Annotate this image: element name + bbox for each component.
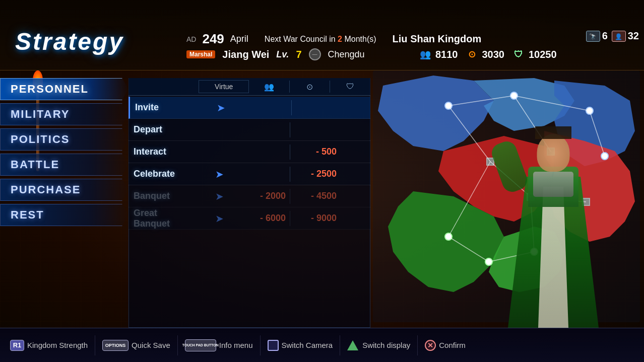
officer-name: Jiang Wei <box>222 49 269 60</box>
action-cost2-interact: - 500 <box>290 147 341 157</box>
war-council-suffix: Month(s) <box>344 35 376 43</box>
kingdom-name: Liu Shan Kingdom <box>393 33 482 45</box>
sidebar-label-military: Military <box>11 108 70 120</box>
bottom-bar: R1 Kingdom Strength OPTIONS Quick Save T… <box>0 328 644 362</box>
sidebar-label-purchase: Purchase <box>11 183 81 196</box>
square-badge <box>268 340 279 351</box>
col-header-people: 👥 <box>249 82 289 92</box>
btn-switch-camera-label: Switch Camera <box>282 341 333 349</box>
resource-soldier-value: 10250 <box>529 49 557 60</box>
sidebar-item-purchase[interactable]: Purchase <box>0 179 128 201</box>
location-name: Chengdu <box>328 49 365 60</box>
sidebar-label-politics: Politics <box>11 133 70 146</box>
divider <box>290 122 290 137</box>
btn-switch-camera[interactable]: Switch Camera <box>268 340 333 351</box>
ad-label: AD <box>186 35 196 43</box>
action-row-celebrate[interactable]: Celebrate ➤ - 2500 <box>128 163 370 185</box>
top-info-row2-resources: 👥 8110 ⊙ 3030 🛡 10250 <box>418 48 557 60</box>
action-cost2-great-banquet: - 9000 <box>290 213 341 224</box>
action-cost1-great-banquet: - 6000 <box>239 213 290 224</box>
action-cost2-banquet: - 4500 <box>290 191 341 201</box>
top-info-row1: AD 249 April Next War Council in 2 Month… <box>186 31 481 47</box>
resource-circle: ⊙ 3030 <box>465 48 505 60</box>
resource-soldier: 🛡 10250 <box>511 48 557 60</box>
war-council-text: Next War Council in 2 Month(s) <box>265 35 376 44</box>
war-council-prefix: Next War Council in <box>265 35 336 43</box>
touchpad-badge: TOUCH PAD BUTTON <box>185 339 216 351</box>
action-row-depart[interactable]: Depart <box>128 119 370 141</box>
sidebar-item-military[interactable]: Military <box>0 103 128 125</box>
separator <box>417 335 418 355</box>
character-illustration <box>453 126 644 328</box>
cross-badge: ✕ <box>425 340 436 351</box>
binoculars-resource: 🔭 6 <box>586 30 608 42</box>
soldier-icon: 🛡 <box>511 48 526 60</box>
year-value: 249 <box>202 31 224 47</box>
action-name-celebrate: Celebrate <box>128 169 199 179</box>
marshal-badge: Marshal <box>186 50 215 58</box>
options-badge: OPTIONS <box>102 340 128 351</box>
separator <box>340 335 340 355</box>
people-icon: 👥 <box>418 48 432 60</box>
col-header-circle: ⊙ <box>290 82 330 92</box>
column-headers: Virtue 👥 ⊙ 🛡 <box>128 78 370 96</box>
binoculars-icon: 🔭 <box>586 31 600 42</box>
action-arrow-banquet: ➤ <box>199 190 239 202</box>
action-name-invite: Invite <box>130 102 201 113</box>
action-arrow-invite: ➤ <box>201 102 241 114</box>
page-title: Strategy <box>15 28 124 55</box>
action-name-great-banquet: Great Banquet <box>128 208 199 229</box>
btn-switch-display[interactable]: Switch display <box>347 340 410 350</box>
separator <box>177 335 178 355</box>
col-header-shield: 🛡 <box>330 82 370 91</box>
sidebar-item-personnel[interactable]: Personnel <box>0 78 128 100</box>
separator <box>95 335 95 355</box>
divider <box>291 100 292 115</box>
binoculars-count: 6 <box>602 30 608 42</box>
separator <box>260 335 261 355</box>
person-icon: 👤 <box>612 31 626 42</box>
top-resources: 🔭 6 👤 32 <box>586 30 639 42</box>
btn-quick-save[interactable]: OPTIONS Quick Save <box>102 340 170 351</box>
sidebar-label-battle: Battle <box>11 158 59 171</box>
sidebar-item-politics[interactable]: Politics <box>0 128 128 151</box>
btn-kingdom-strength-label: Kingdom Strength <box>27 341 88 349</box>
action-arrow-great-banquet: ➤ <box>199 212 239 225</box>
top-info-row2: Marshal Jiang Wei Lv. 7 — Chengdu <box>186 48 365 60</box>
btn-info-menu-label: Info menu <box>219 341 253 349</box>
btn-info-menu[interactable]: TOUCH PAD BUTTON Info menu <box>185 339 253 351</box>
triangle-badge <box>347 340 358 350</box>
action-name-depart: Depart <box>128 124 199 135</box>
sidebar-item-battle[interactable]: Battle <box>0 154 128 176</box>
action-row-invite[interactable]: Invite ➤ <box>128 97 370 119</box>
sidebar: Personnel Military Politics Battle Purch… <box>0 78 128 229</box>
level-label: Lv. <box>276 49 289 60</box>
resource-people: 👥 8110 <box>418 48 458 60</box>
action-row-interact[interactable]: Interact - 500 <box>128 141 370 163</box>
circle-icon: ⊙ <box>465 48 479 60</box>
action-row-great-banquet[interactable]: Great Banquet ➤ - 6000 - 9000 <box>128 207 370 230</box>
action-cost1-banquet: - 2000 <box>239 191 290 201</box>
resource-circle-value: 3030 <box>482 49 505 60</box>
resource-people-value: 8110 <box>435 49 458 60</box>
sidebar-label-rest: Rest <box>11 208 44 221</box>
sidebar-label-personnel: Personnel <box>11 83 89 95</box>
action-row-banquet[interactable]: Banquet ➤ - 2000 - 4500 <box>128 185 370 207</box>
btn-confirm-label: Confirm <box>439 341 466 349</box>
location-icon: — <box>309 48 321 60</box>
person-count: 32 <box>628 30 639 42</box>
top-bar: Strategy AD 249 April Next War Council i… <box>0 0 644 70</box>
btn-confirm[interactable]: ✕ Confirm <box>425 340 466 351</box>
level-value: 7 <box>296 49 301 60</box>
action-arrow-celebrate: ➤ <box>199 168 239 180</box>
action-name-banquet: Banquet <box>128 191 199 201</box>
war-council-months: 2 <box>338 35 342 43</box>
person-resource: 👤 32 <box>612 30 639 42</box>
sidebar-item-rest[interactable]: Rest <box>0 204 128 226</box>
col-header-virtue: Virtue <box>199 80 249 93</box>
r1-badge: R1 <box>10 340 24 351</box>
month-value: April <box>230 34 248 44</box>
action-cost2-celebrate: - 2500 <box>290 169 341 179</box>
action-name-interact: Interact <box>128 147 199 157</box>
btn-kingdom-strength[interactable]: R1 Kingdom Strength <box>10 340 88 351</box>
